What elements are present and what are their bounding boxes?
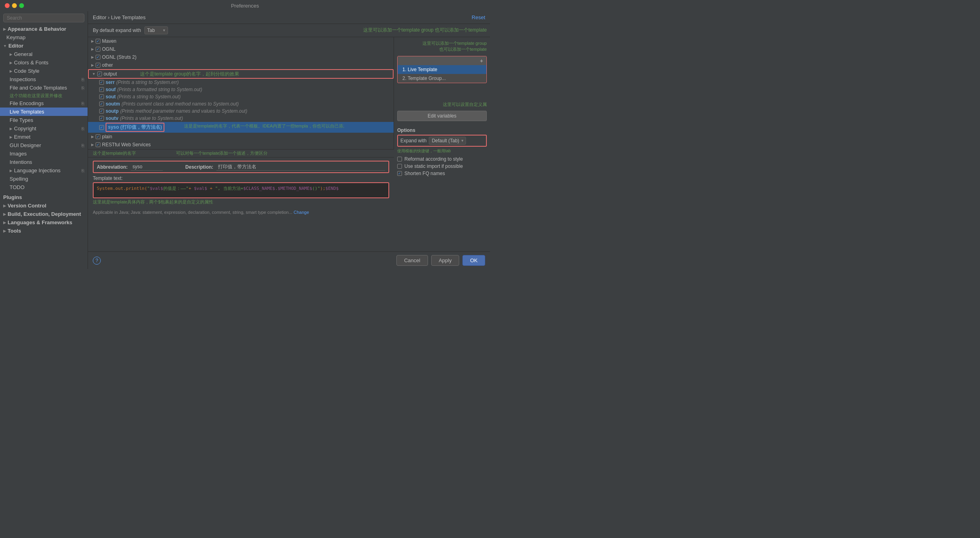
sidebar-item-file-encodings[interactable]: File Encodings ⎘ <box>0 99 88 108</box>
sidebar-item-file-and-code[interactable]: File and Code Templates ⎘ <box>0 84 88 92</box>
template-text-area[interactable]: System.out.println("$val$的值是：——"+ $val$ … <box>93 182 389 198</box>
checkbox-maven[interactable] <box>96 39 100 44</box>
close-button[interactable] <box>5 3 10 8</box>
sidebar-item-todo[interactable]: TODO <box>0 183 88 191</box>
checkbox-output[interactable] <box>97 72 102 76</box>
shorten-fq-checkbox[interactable] <box>397 171 402 176</box>
arrow-icon: ▼ <box>3 44 7 48</box>
tpl-item-soutm[interactable]: soutm (Prints current class and method n… <box>88 100 394 108</box>
checkbox-ognl-struts[interactable] <box>96 55 100 60</box>
tpl-item-soutv[interactable]: soutv (Prints a value to System.out) <box>88 115 394 122</box>
sidebar-item-tools[interactable]: ▶ Tools <box>0 227 88 235</box>
group-ognl-struts[interactable]: ▶ OGNL (Struts 2) <box>88 53 394 61</box>
sidebar-item-plugins[interactable]: Plugins <box>0 193 88 201</box>
checkbox-ognl[interactable] <box>96 47 100 52</box>
window-title: Preferences <box>231 3 259 9</box>
expand-arrow: ▶ <box>91 143 94 147</box>
tpl-item-serr[interactable]: serr (Prints a string to System.err) <box>88 79 394 86</box>
arrow-icon: ▶ <box>10 52 12 56</box>
checkbox-syso[interactable] <box>99 125 104 130</box>
shorten-fq-row: Shorten FQ names <box>397 170 487 177</box>
checkbox-sout[interactable] <box>99 94 104 99</box>
arrow-icon: ▶ <box>10 61 12 65</box>
checkbox-soutm[interactable] <box>99 102 104 106</box>
edit-variables-button[interactable]: Edit variables <box>397 111 487 121</box>
group-sbt[interactable]: ▶ sbt <box>88 149 394 149</box>
group-name-other: other <box>102 62 113 68</box>
tpl-item-souf[interactable]: souf (Prints a formatted string to Syste… <box>88 86 394 93</box>
cancel-button[interactable]: Cancel <box>396 255 428 266</box>
checkbox-serr[interactable] <box>99 80 104 85</box>
checkbox-soutv[interactable] <box>99 116 104 121</box>
tpl-abbr-soutm: soutm <box>106 101 120 107</box>
sidebar-item-editor[interactable]: ▼ Editor <box>0 42 88 50</box>
checkbox-restful[interactable] <box>96 142 100 147</box>
tpl-desc-soutp: (Prints method parameter names and value… <box>120 108 247 114</box>
reformat-checkbox[interactable] <box>397 157 402 161</box>
add-menu-item-live-template[interactable]: 1. Live Template <box>398 65 486 74</box>
arrow-icon: ▶ <box>10 169 12 173</box>
abbreviation-input[interactable] <box>131 163 163 171</box>
tpl-abbr-soutp: soutp <box>106 108 119 114</box>
tpl-item-syso[interactable]: syso (打印值，带方法名) 这是是template的名字，代表一个模板。ID… <box>88 122 394 133</box>
apply-button[interactable]: Apply <box>431 255 460 266</box>
template-name-annotation: 这个是template的名字 <box>93 150 136 156</box>
change-link[interactable]: Change <box>294 210 309 215</box>
help-button[interactable]: ? <box>93 257 101 265</box>
sidebar-item-build-execution[interactable]: ▶ Build, Execution, Deployment <box>0 210 88 218</box>
description-input[interactable] <box>216 163 385 171</box>
sidebar-item-language-injections[interactable]: ▶ Language Injections ⎘ <box>0 166 88 175</box>
panel-header: Editor › Live Templates Reset <box>88 11 490 24</box>
sidebar-item-spelling[interactable]: Spelling <box>0 175 88 183</box>
abbr-desc-row: Abbreviation: Description: <box>93 161 389 173</box>
right-sidebar: 这里可以添加一个template group 也可以添加一个template +… <box>394 37 490 251</box>
sidebar-item-inspections[interactable]: Inspections ⎘ <box>0 75 88 84</box>
checkbox-souf[interactable] <box>99 87 104 92</box>
add-menu-item-template-group[interactable]: 2. Template Group... <box>398 74 486 83</box>
tpl-item-soutp[interactable]: soutp (Prints method parameter names and… <box>88 108 394 115</box>
add-menu-header[interactable]: + <box>398 56 486 65</box>
template-content-annotation: 这里就是template具体内容，两个$包裹起来的是自定义的属性 <box>93 198 389 206</box>
sidebar-item-file-types[interactable]: File Types <box>0 116 88 124</box>
minimize-button[interactable] <box>12 3 17 8</box>
desc-label: Description: <box>185 164 213 170</box>
sidebar-item-code-style[interactable]: ▶ Code Style <box>0 67 88 75</box>
add-menu: + 1. Live Template 2. Template Group... <box>397 56 487 83</box>
tpl-item-sout[interactable]: sout (Prints a string to System.out) <box>88 93 394 100</box>
sidebar-item-images[interactable]: Images <box>0 149 88 158</box>
expand-select[interactable]: Tab Enter Space <box>144 26 168 34</box>
applicable-context: Java; Java: statement, expression, decla… <box>119 210 292 215</box>
sidebar-item-emmet[interactable]: ▶ Emmet <box>0 133 88 141</box>
group-plain[interactable]: ▶ plain <box>88 133 394 141</box>
expand-with-select[interactable]: Default (Tab) Tab Enter Space <box>429 137 466 145</box>
custom-attr-annotation: 这里可以设置自定义属 <box>397 102 487 108</box>
applicable-row: Applicable in Java; Java: statement, exp… <box>93 208 389 216</box>
sidebar-item-colors-fonts[interactable]: ▶ Colors & Fonts <box>0 58 88 67</box>
reset-link[interactable]: Reset <box>472 14 485 20</box>
sidebar-item-copyright[interactable]: ▶ Copyright ⎘ <box>0 124 88 133</box>
checkbox-other[interactable] <box>96 63 100 68</box>
sidebar-item-intentions[interactable]: Intentions <box>0 158 88 166</box>
panel-body: ▶ Maven ▶ OGNL ▶ <box>88 37 490 251</box>
search-input[interactable] <box>3 14 84 22</box>
ok-button[interactable]: OK <box>462 255 485 266</box>
sidebar-item-appearance[interactable]: ▶ Appearance & Behavior <box>0 25 88 33</box>
sidebar-item-version-control[interactable]: ▶ Version Control <box>0 201 88 210</box>
sidebar-item-general[interactable]: ▶ General <box>0 50 88 58</box>
use-static-checkbox[interactable] <box>397 164 402 169</box>
checkbox-soutp[interactable] <box>99 109 104 114</box>
sidebar-item-gui-designer[interactable]: GUI Designer ⎘ <box>0 141 88 149</box>
plus-icon: + <box>480 58 483 64</box>
sidebar-item-keymap[interactable]: Keymap <box>0 33 88 42</box>
expand-with-select-wrapper: Default (Tab) Tab Enter Space <box>429 137 466 145</box>
group-ognl[interactable]: ▶ OGNL <box>88 45 394 53</box>
checkbox-plain[interactable] <box>96 134 100 139</box>
group-restful[interactable]: ▶ RESTful Web Services <box>88 141 394 149</box>
group-other[interactable]: ▶ other <box>88 61 394 69</box>
group-output[interactable]: ▼ output <box>88 69 394 79</box>
maximize-button[interactable] <box>19 3 24 8</box>
sidebar-item-live-templates[interactable]: Live Templates <box>0 108 88 116</box>
tpl-abbr-souf: souf <box>106 87 116 92</box>
group-maven[interactable]: ▶ Maven <box>88 37 394 45</box>
sidebar-item-languages-frameworks[interactable]: ▶ Languages & Frameworks <box>0 218 88 227</box>
